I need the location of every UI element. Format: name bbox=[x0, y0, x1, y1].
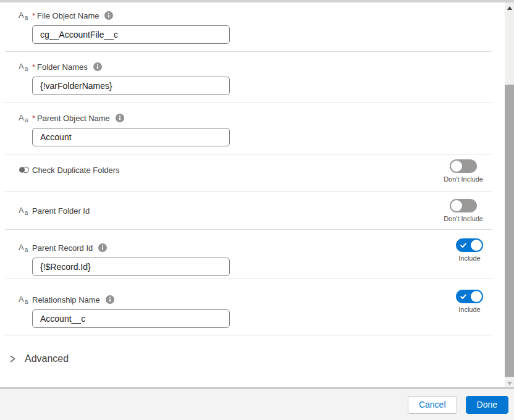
advanced-section-toggle[interactable]: Advanced bbox=[5, 335, 492, 387]
file-object-name-input[interactable] bbox=[32, 25, 230, 44]
text-type-icon: Aa bbox=[19, 295, 32, 304]
field-row-parent-folder-id: Aa Parent Folder Id Don't Include bbox=[5, 191, 492, 230]
toggle-parent-record-id[interactable]: Include bbox=[456, 238, 483, 262]
info-icon[interactable] bbox=[116, 114, 124, 122]
toggle-parent-folder-id[interactable]: Don't Include bbox=[444, 199, 483, 222]
toggle-knob bbox=[471, 291, 482, 302]
toggle-state-label: Include bbox=[458, 254, 480, 262]
chevron-right-icon bbox=[9, 355, 17, 363]
toggle-state-label: Include bbox=[458, 306, 480, 313]
field-label: File Object Name bbox=[37, 11, 99, 20]
field-label: Relationship Name bbox=[32, 295, 100, 304]
text-type-icon: Aa bbox=[19, 62, 32, 72]
text-type-icon: Aa bbox=[19, 243, 32, 253]
check-icon bbox=[460, 293, 467, 300]
field-label: Folder Names bbox=[37, 62, 88, 72]
required-asterisk: * bbox=[32, 11, 35, 20]
field-row-folder-names: Aa * Folder Names bbox=[5, 52, 492, 103]
flow-action-config-panel: Aa * File Object Name Aa * Folder Names bbox=[0, 0, 514, 420]
cancel-button[interactable]: Cancel bbox=[408, 396, 457, 414]
scrollbar-thumb[interactable] bbox=[505, 85, 514, 377]
text-type-icon: Aa bbox=[19, 206, 32, 216]
field-row-parent-object-name: Aa * Parent Object Name bbox=[5, 103, 492, 154]
text-type-icon: Aa bbox=[19, 11, 32, 20]
required-asterisk: * bbox=[32, 114, 35, 123]
field-label: Check Duplicate Folders bbox=[32, 166, 120, 175]
vertical-scrollbar[interactable] bbox=[505, 2, 514, 389]
toggle-state-label: Don't Include bbox=[444, 175, 483, 183]
field-row-file-object-name: Aa * File Object Name bbox=[5, 2, 492, 52]
relationship-name-input[interactable] bbox=[32, 309, 230, 328]
folder-names-input[interactable] bbox=[32, 77, 230, 95]
toggle-switch-off[interactable] bbox=[450, 199, 477, 212]
info-icon[interactable] bbox=[98, 243, 107, 252]
parent-record-id-input[interactable] bbox=[32, 258, 230, 276]
done-button[interactable]: Done bbox=[466, 396, 508, 414]
toggle-switch-on[interactable] bbox=[456, 238, 483, 252]
input-values-form: Aa * File Object Name Aa * Folder Names bbox=[5, 2, 492, 387]
toggle-relationship-name[interactable]: Include bbox=[456, 290, 483, 313]
field-label: Parent Folder Id bbox=[32, 206, 90, 216]
toggle-state-label: Don't Include bbox=[444, 215, 483, 222]
field-label: Parent Object Name bbox=[37, 114, 110, 123]
toggle-knob bbox=[471, 240, 482, 251]
scroll-up-arrow-icon[interactable] bbox=[507, 6, 512, 10]
text-type-icon: Aa bbox=[19, 114, 32, 123]
scroll-down-arrow-icon[interactable] bbox=[507, 382, 512, 385]
required-asterisk: * bbox=[32, 62, 35, 72]
info-icon[interactable] bbox=[104, 11, 113, 20]
footer-action-bar: Cancel Done bbox=[0, 389, 514, 420]
field-row-parent-record-id: Aa Parent Record Id Include bbox=[5, 230, 492, 279]
check-icon bbox=[460, 242, 467, 249]
info-icon[interactable] bbox=[93, 62, 102, 71]
parent-object-name-input[interactable] bbox=[32, 128, 230, 146]
field-label: Parent Record Id bbox=[32, 243, 93, 253]
field-row-check-duplicate-folders: Check Duplicate Folders Don't Include bbox=[5, 154, 492, 191]
advanced-section-label: Advanced bbox=[25, 353, 69, 364]
toggle-switch-on[interactable] bbox=[456, 290, 483, 303]
field-row-relationship-name: Aa Relationship Name Include bbox=[5, 279, 492, 335]
toggle-knob bbox=[451, 200, 462, 211]
info-icon[interactable] bbox=[106, 295, 114, 304]
toggle-check-duplicate-folders[interactable]: Don't Include bbox=[444, 159, 483, 183]
toggle-knob bbox=[451, 161, 462, 172]
boolean-type-icon bbox=[19, 166, 32, 174]
toggle-switch-off[interactable] bbox=[450, 159, 477, 173]
